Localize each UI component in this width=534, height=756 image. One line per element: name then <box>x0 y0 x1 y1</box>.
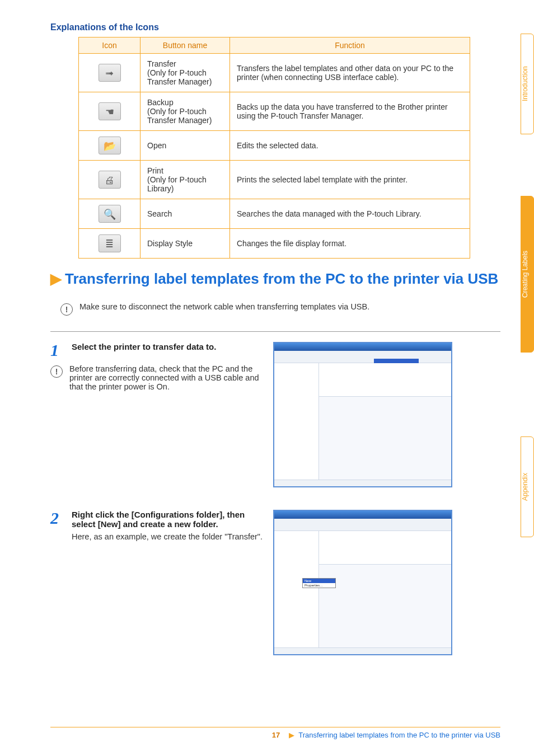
page-number: 17 <box>272 731 280 739</box>
icon-cell: ➟ <box>79 54 140 92</box>
function-cell: Prints the selected label template with … <box>230 161 470 199</box>
button-name-cell: Transfer (Only for P-touch Transfer Mana… <box>140 54 230 92</box>
button-name-cell: Search <box>140 199 230 229</box>
screenshot-step-2: New Properties... <box>273 510 452 655</box>
th-icon: Icon <box>79 37 140 54</box>
caution-icon: ! <box>60 303 73 316</box>
triangle-icon: ▶ <box>289 731 294 739</box>
step-2-body: Here, as an example, we create the folde… <box>72 532 263 541</box>
note-before-transfer: Before transferring data, check that the… <box>69 364 263 391</box>
button-name-cell: Display Style <box>140 229 230 259</box>
toolbar-icon: 📂 <box>99 137 121 154</box>
context-menu: New Properties... <box>302 578 336 588</box>
function-cell: Backs up the data you have transferred t… <box>230 92 470 131</box>
step-2-title: Right click the [Configurations folder],… <box>72 510 263 529</box>
icon-cell: ≣ <box>79 229 140 259</box>
icon-cell: 📂 <box>79 131 140 161</box>
button-name-cell: Open <box>140 131 230 161</box>
caution-icon: ! <box>50 365 63 378</box>
divider <box>50 331 500 332</box>
toolbar-icon: ☚ <box>99 102 121 120</box>
toolbar-icon: ➟ <box>99 64 121 82</box>
step-1-number: 1 <box>50 342 66 359</box>
toolbar-icon: 🔍 <box>99 205 121 223</box>
th-button-name: Button name <box>140 37 230 54</box>
icon-cell: ☚ <box>79 92 140 131</box>
table-row: ➟Transfer (Only for P-touch Transfer Man… <box>79 54 470 92</box>
heading-main-text: Transferring label templates from the PC… <box>65 270 498 287</box>
footer-link[interactable]: Transferring label templates from the PC… <box>298 731 500 739</box>
function-cell: Edits the selected data. <box>230 131 470 161</box>
screenshot-step-1 <box>273 342 452 487</box>
footer: 17 ▶ Transferring label templates from t… <box>0 727 500 739</box>
heading-explanations: Explanations of the Icons <box>50 22 500 32</box>
table-row: 📂OpenEdits the selected data. <box>79 131 470 161</box>
triangle-icon: ▶ <box>50 270 62 287</box>
table-row: ☚Backup (Only for P-touch Transfer Manag… <box>79 92 470 131</box>
icon-cell: 🖨 <box>79 161 140 199</box>
icon-table: Icon Button name Function ➟Transfer (Onl… <box>78 37 470 259</box>
heading-main: ▶Transferring label templates from the P… <box>50 270 500 289</box>
table-row: ≣Display StyleChanges the file display f… <box>79 229 470 259</box>
step-1-title: Select the printer to transfer data to. <box>72 342 263 351</box>
toolbar-icon: 🖨 <box>99 171 121 189</box>
function-cell: Changes the file display format. <box>230 229 470 259</box>
button-name-cell: Backup (Only for P-touch Transfer Manage… <box>140 92 230 131</box>
table-row: 🔍SearchSearches the data managed with th… <box>79 199 470 229</box>
note-disconnect: Make sure to disconnect the network cabl… <box>79 302 369 311</box>
toolbar-icon: ≣ <box>99 234 121 252</box>
function-cell: Transfers the label templates and other … <box>230 54 470 92</box>
icon-cell: 🔍 <box>79 199 140 229</box>
table-row: 🖨Print (Only for P-touch Library)Prints … <box>79 161 470 199</box>
button-name-cell: Print (Only for P-touch Library) <box>140 161 230 199</box>
step-2-number: 2 <box>50 510 66 527</box>
function-cell: Searches the data managed with the P-tou… <box>230 199 470 229</box>
th-function: Function <box>230 37 470 54</box>
